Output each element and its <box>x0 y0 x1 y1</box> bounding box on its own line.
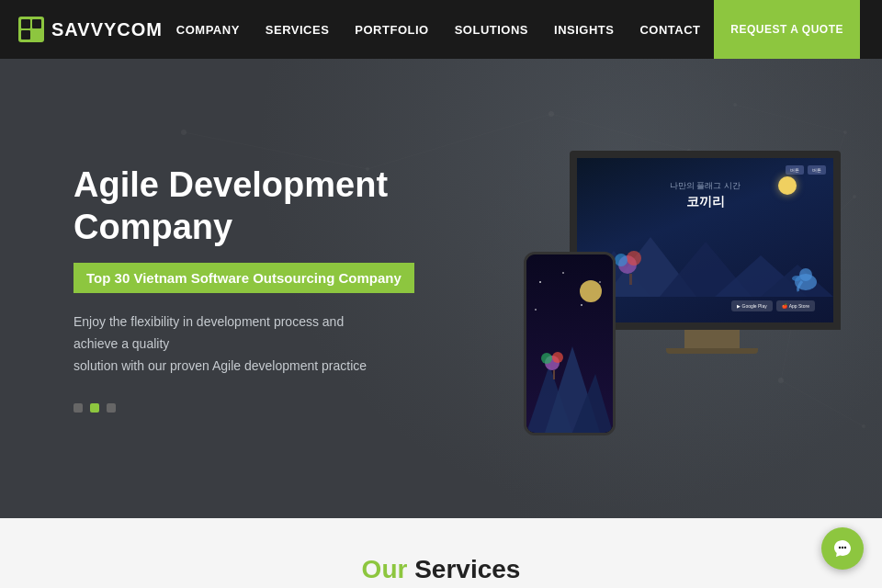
app-store-btn: 🍎 App Store <box>776 300 815 311</box>
svg-point-31 <box>615 254 628 266</box>
screen-korean-sub: 나만의 플래그 시간 <box>584 180 826 192</box>
svg-rect-2 <box>32 19 41 28</box>
logo-text: SAVVYCOM <box>51 19 163 40</box>
svg-point-46 <box>562 272 564 274</box>
svg-point-52 <box>844 547 846 548</box>
svg-point-50 <box>839 547 841 548</box>
screen-nav-btn2: 버튼 <box>808 165 826 175</box>
nav-insights[interactable]: INSIGHTS <box>554 23 614 37</box>
phone-mockup <box>524 252 616 435</box>
carousel-dot-2[interactable] <box>90 403 99 413</box>
services-text-label: Services <box>407 555 520 583</box>
chat-icon <box>832 538 853 559</box>
carousel-dot-1[interactable] <box>74 403 83 413</box>
monitor-stand <box>684 330 740 348</box>
google-play-btn: ▶ Google Play <box>731 300 773 311</box>
nav-portfolio[interactable]: PORTFOLIO <box>355 23 428 37</box>
screen-elephant <box>787 266 820 293</box>
nav-company[interactable]: COMPANY <box>176 23 240 37</box>
carousel-dot-3[interactable] <box>107 403 116 413</box>
svg-point-47 <box>581 304 582 306</box>
hero-content: Agile Development Company Top 30 Vietnam… <box>0 109 514 468</box>
svg-rect-44 <box>553 370 555 379</box>
svg-rect-4 <box>35 33 39 37</box>
screen-store-buttons: ▶ Google Play 🍎 App Store <box>731 300 816 311</box>
request-quote-button[interactable]: REQUEST A QUOTE <box>714 0 860 59</box>
services-section: Our Services <box>0 518 882 588</box>
logo-area: SAVVYCOM <box>18 17 163 42</box>
svg-point-37 <box>580 280 602 302</box>
screen-nav: 버튼 버튼 <box>584 165 826 175</box>
monitor-base <box>666 348 758 354</box>
phone-screen-content <box>526 254 613 433</box>
svg-point-30 <box>627 251 641 266</box>
svg-point-51 <box>842 547 843 548</box>
services-our-label: Our <box>362 555 408 583</box>
svg-rect-3 <box>21 30 30 40</box>
hero-carousel-dots <box>74 403 459 413</box>
screen-nav-btn1: 버튼 <box>786 165 804 175</box>
hero-description: Enjoy the flexibility in development pro… <box>74 311 459 377</box>
hero-section: Agile Development Company Top 30 Vietnam… <box>0 59 882 518</box>
svg-point-42 <box>552 352 563 363</box>
chat-button[interactable] <box>821 527 864 570</box>
svg-point-45 <box>539 281 541 283</box>
svg-point-35 <box>792 276 801 281</box>
nav-solutions[interactable]: SOLUTIONS <box>455 23 528 37</box>
svg-rect-32 <box>629 274 632 285</box>
nav-services[interactable]: SERVICES <box>266 23 330 37</box>
svg-point-48 <box>599 281 601 283</box>
hero-devices: 버튼 버튼 나만의 플래그 시간 코끼리 <box>524 141 854 435</box>
header: SAVVYCOM COMPANY SERVICES PORTFOLIO SOLU… <box>0 0 882 59</box>
main-nav: COMPANY SERVICES PORTFOLIO SOLUTIONS INS… <box>176 23 701 37</box>
hero-title: Agile Development Company <box>74 164 459 248</box>
svg-point-34 <box>799 268 812 281</box>
services-title: Our Services <box>362 555 521 584</box>
screen-korean-title: 코끼리 <box>584 194 826 210</box>
nav-contact[interactable]: CONTACT <box>639 23 700 37</box>
phone-screen <box>526 254 613 433</box>
svg-rect-1 <box>21 19 30 28</box>
logo-icon <box>18 17 44 42</box>
hero-subtitle: Top 30 Vietnam Software Outsourcing Comp… <box>74 263 414 293</box>
svg-line-21 <box>735 105 845 132</box>
svg-point-43 <box>541 353 552 364</box>
svg-point-49 <box>535 309 537 311</box>
